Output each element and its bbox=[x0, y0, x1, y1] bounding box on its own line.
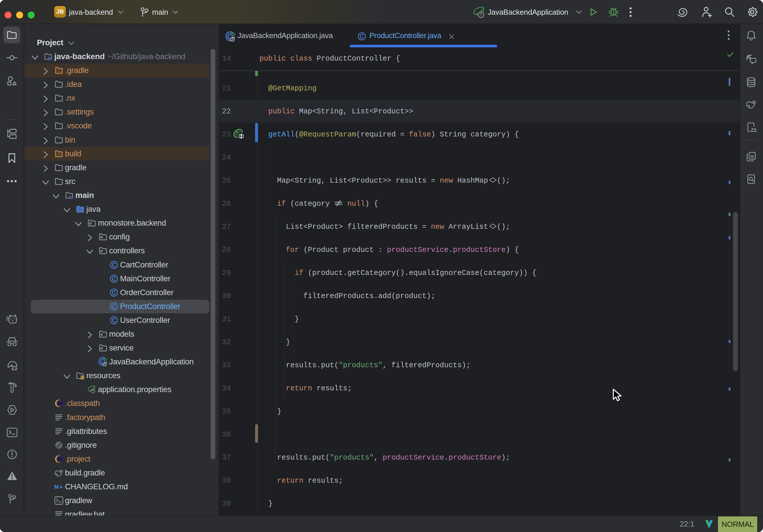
svg-text:M: M bbox=[54, 484, 58, 490]
